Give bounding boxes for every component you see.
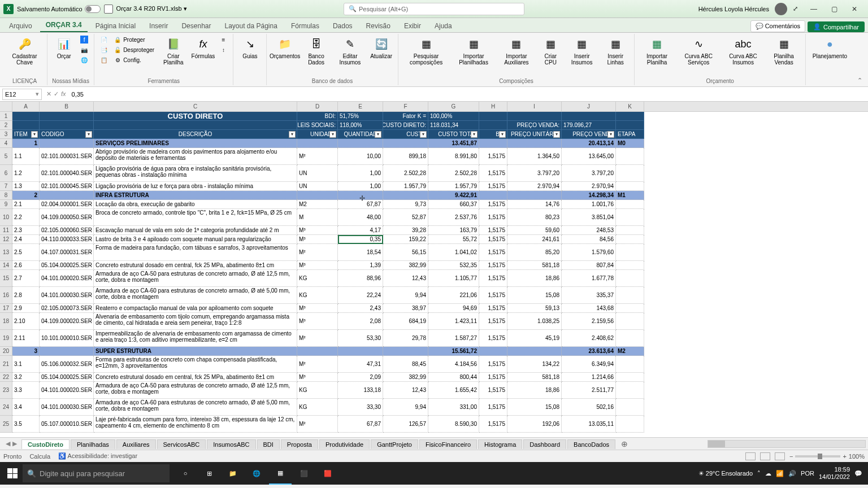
cell[interactable]: 134,22 xyxy=(507,356,562,373)
ribbon-tab[interactable]: Layout da Página xyxy=(219,20,283,32)
cell[interactable] xyxy=(616,200,644,209)
comments-button[interactable]: 💬 Comentários xyxy=(750,20,805,32)
excel-app-icon[interactable]: ▦ xyxy=(269,462,292,485)
wifi-icon[interactable]: 📶 xyxy=(776,470,784,477)
cell[interactable]: 248,53 xyxy=(562,226,616,235)
tray-up-icon[interactable]: ˄ xyxy=(757,470,761,477)
accept-icon[interactable]: ✓ xyxy=(54,90,59,98)
facebook-icon[interactable]: f xyxy=(79,35,89,44)
cell[interactable] xyxy=(616,148,644,165)
cell[interactable]: 1,5175 xyxy=(479,356,507,373)
cell[interactable]: 660,37 xyxy=(428,200,479,209)
col-header[interactable]: K xyxy=(616,102,644,111)
cell[interactable] xyxy=(479,191,507,200)
cell[interactable] xyxy=(616,226,644,235)
cell[interactable]: 1.957,79 xyxy=(428,182,479,191)
cell[interactable]: 1.038,25 xyxy=(507,313,562,330)
ribbon-tab[interactable]: ORÇAR 3.4 xyxy=(40,19,88,32)
cell[interactable]: Ligação provisória de água para obra e i… xyxy=(94,165,297,182)
cell[interactable]: 1,5175 xyxy=(479,165,507,182)
planejamento-button[interactable]: ●Planejamento xyxy=(810,35,849,60)
col-header[interactable]: E xyxy=(338,102,383,111)
cell[interactable]: 56,15 xyxy=(383,244,428,261)
cell[interactable]: Reaterro e compactação manual de vala po… xyxy=(94,304,297,313)
config-button[interactable]: ⚙Config. xyxy=(112,55,155,64)
autosave-toggle[interactable]: Salvamento Automático xyxy=(17,5,101,13)
row-header[interactable]: 5 xyxy=(0,148,12,165)
sheet-tab[interactable]: Histograma xyxy=(478,439,522,449)
language-icon[interactable]: POR xyxy=(801,470,814,477)
cell[interactable]: 39,28 xyxy=(383,226,428,235)
cell[interactable]: 2.9 xyxy=(12,304,40,313)
cell[interactable]: 29,78 xyxy=(383,330,428,347)
col-header[interactable]: J xyxy=(562,102,616,111)
inserir-linhas-button[interactable]: ▦Inserir Linhas xyxy=(601,35,630,67)
cell[interactable] xyxy=(479,139,507,148)
cell[interactable]: 94,69 xyxy=(428,304,479,313)
web-icon[interactable]: 🌐 xyxy=(79,55,89,64)
col-header[interactable]: H xyxy=(479,102,507,111)
col-header[interactable]: B xyxy=(40,102,94,111)
cell[interactable]: 133,18 xyxy=(338,382,383,399)
instagram-icon[interactable]: 📷 xyxy=(79,45,89,54)
col-header[interactable]: C xyxy=(94,102,297,111)
cell[interactable]: 2,09 xyxy=(338,373,383,382)
sheet-tab[interactable]: BDI xyxy=(257,439,280,449)
cell[interactable] xyxy=(616,235,644,244)
row-header[interactable]: 10 xyxy=(0,209,12,226)
cell[interactable]: 14,76 xyxy=(507,200,562,209)
cell[interactable]: 1,5175 xyxy=(479,200,507,209)
pesquisar-comp-button[interactable]: ▦Pesquisar composições xyxy=(403,35,450,67)
cell[interactable]: 2.7 xyxy=(12,270,40,287)
cell[interactable]: M² xyxy=(297,244,338,261)
criar-planilha-button[interactable]: 📗Criar Planilha xyxy=(159,35,188,67)
cell[interactable]: 23.613,64 xyxy=(562,347,616,356)
ribbon-tab[interactable]: Desenhar xyxy=(176,20,216,32)
cell[interactable]: 2.2 xyxy=(12,209,40,226)
cell[interactable]: 48,00 xyxy=(338,209,383,226)
guias-button[interactable]: ↘Guias xyxy=(238,35,262,60)
status-accessibility[interactable]: ♿ Acessibilidade: investigar xyxy=(58,452,137,460)
cell[interactable] xyxy=(338,347,383,356)
row-header[interactable]: 25 xyxy=(0,416,12,433)
row-header[interactable]: 17 xyxy=(0,304,12,313)
cell[interactable]: 1.214,66 xyxy=(562,373,616,382)
col-custototal[interactable]: CUSTO TOTAL xyxy=(428,130,479,139)
cell[interactable]: 18,86 xyxy=(507,382,562,399)
cell[interactable]: 02.004.000001.SER xyxy=(40,200,94,209)
inserir-insumos-button[interactable]: ▦Inserir Insumos xyxy=(566,35,598,67)
taskbar-search[interactable]: 🔍 Digite aqui para pesquisar xyxy=(23,464,170,482)
row-header[interactable]: 6 xyxy=(0,165,12,182)
col-quantidade[interactable]: QUANTIDADE xyxy=(338,130,383,139)
cell[interactable]: 1,5175 xyxy=(479,235,507,244)
col-descricao[interactable]: DESCRIÇÃO xyxy=(94,130,297,139)
cell[interactable]: 3.3 xyxy=(12,382,40,399)
sheet-tab[interactable]: Dashboard xyxy=(523,439,566,449)
cell[interactable]: 9,73 xyxy=(383,200,428,209)
cell[interactable]: 05.104.000025.SER xyxy=(40,261,94,270)
cell[interactable]: 67,87 xyxy=(338,416,383,433)
maximize-button[interactable]: ▢ xyxy=(824,2,844,16)
formula-input[interactable]: 0,35 xyxy=(68,91,868,98)
cell[interactable] xyxy=(616,287,644,304)
cell[interactable] xyxy=(616,304,644,313)
icon-button[interactable]: ↕ xyxy=(218,45,228,54)
cell[interactable]: 13.451,87 xyxy=(428,139,479,148)
horizontal-scrollbar[interactable] xyxy=(708,440,866,448)
select-all-corner[interactable] xyxy=(0,102,12,111)
importar-planilha-button[interactable]: ▦Importar Planilha xyxy=(639,35,674,67)
notifications-icon[interactable]: 💬 xyxy=(854,470,862,477)
cell[interactable] xyxy=(616,313,644,330)
cell[interactable]: 15,08 xyxy=(507,287,562,304)
cell[interactable] xyxy=(616,330,644,347)
importar-aux-button[interactable]: ▦Importar Auxiliares xyxy=(498,35,536,67)
name-box[interactable]: E12▾ xyxy=(2,89,42,100)
cell[interactable]: 9,94 xyxy=(383,399,428,416)
cell[interactable]: 45,19 xyxy=(507,330,562,347)
cell[interactable]: Armadura de aço CA-60 para estruturas de… xyxy=(94,287,297,304)
cell[interactable]: 05.106.000032.SER xyxy=(40,356,94,373)
cell[interactable]: 04.101.000030.SER xyxy=(40,287,94,304)
cell[interactable]: 1,5175 xyxy=(479,182,507,191)
search-box[interactable]: 🔍 Pesquisar (Alt+G) xyxy=(344,3,524,15)
cell[interactable]: 18,86 xyxy=(507,270,562,287)
